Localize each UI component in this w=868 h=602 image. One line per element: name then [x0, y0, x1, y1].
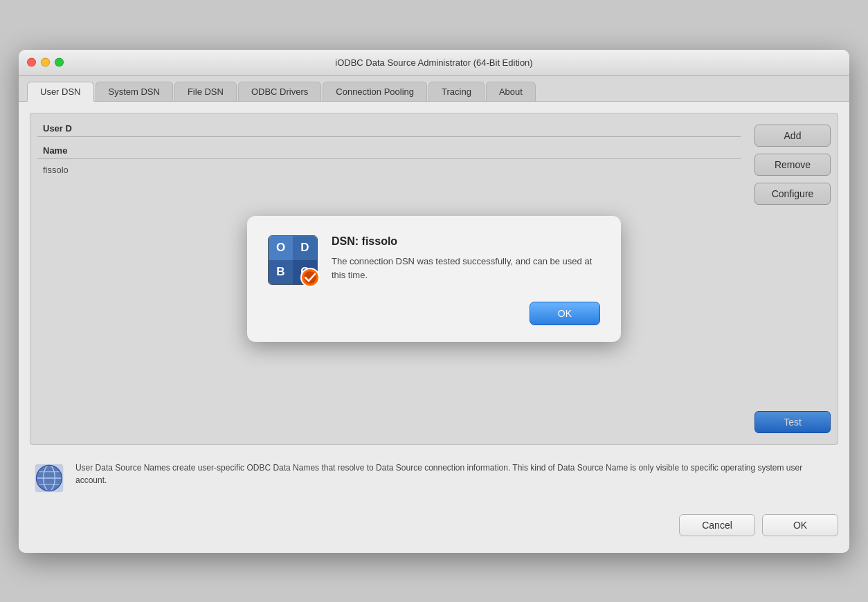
dialog-header: O D B C [268, 235, 600, 285]
info-globe-icon [33, 462, 66, 495]
tab-connection-pooling[interactable]: Connection Pooling [323, 82, 427, 101]
dialog-text-area: DSN: fissolo The connection DSN was test… [332, 235, 600, 284]
ok-button[interactable]: OK [762, 514, 838, 536]
window-controls [27, 58, 64, 67]
main-window: iODBC Data Source Administrator (64-Bit … [19, 50, 849, 553]
tab-odbc-drivers[interactable]: ODBC Drivers [238, 82, 321, 101]
close-button[interactable] [27, 58, 36, 67]
dialog-footer: OK [268, 302, 600, 325]
tab-system-dsn[interactable]: System DSN [96, 82, 173, 101]
odbc-icon-wrapper: O D B C [268, 235, 318, 285]
dialog-message: The connection DSN was tested successful… [332, 255, 600, 284]
content-area: User D Name fissolo Add Remove Configure… [30, 113, 838, 445]
icon-cell-d: D [293, 236, 317, 260]
dialog: O D B C [247, 216, 621, 342]
dialog-title: DSN: fissolo [332, 235, 600, 248]
tab-file-dsn[interactable]: File DSN [174, 82, 237, 101]
checkmark-badge [300, 267, 320, 288]
tab-bar: User DSN System DSN File DSN ODBC Driver… [19, 76, 849, 102]
tab-about[interactable]: About [486, 82, 536, 101]
maximize-button[interactable] [55, 58, 64, 67]
main-content: User D Name fissolo Add Remove Configure… [19, 102, 849, 553]
minimize-button[interactable] [41, 58, 50, 67]
window-title: iODBC Data Source Administrator (64-Bit … [335, 57, 532, 68]
dialog-ok-button[interactable]: OK [530, 302, 600, 325]
info-section: User Data Source Names create user-speci… [30, 455, 838, 502]
bottom-buttons: Cancel OK [30, 511, 838, 542]
tab-tracing[interactable]: Tracing [428, 82, 485, 101]
info-text: User Data Source Names create user-speci… [75, 462, 835, 486]
dialog-overlay: O D B C [30, 113, 838, 444]
tab-user-dsn[interactable]: User DSN [27, 82, 94, 102]
icon-cell-o: O [269, 236, 293, 260]
cancel-button[interactable]: Cancel [679, 514, 755, 536]
icon-cell-b: B [269, 260, 293, 284]
title-bar: iODBC Data Source Administrator (64-Bit … [19, 50, 849, 76]
